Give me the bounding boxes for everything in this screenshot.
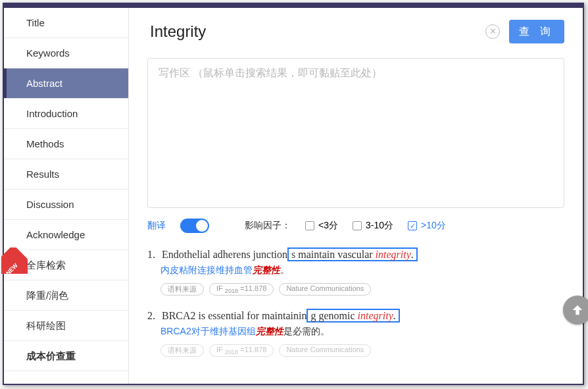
if-lt3-label: <3分	[318, 220, 338, 232]
results-list: 1. Endothelial adherens junctions mainta…	[147, 249, 564, 357]
source-pill[interactable]: 语料来源	[160, 344, 204, 357]
journal-pill[interactable]: Nature Communications	[279, 283, 371, 296]
highlight-box: g genomic integrity.	[306, 309, 399, 323]
sidebar-item-full-search[interactable]: 全库检索 NEW	[4, 250, 128, 280]
result-meta-row: 语料来源 IF 2018 =11.878 Nature Communicatio…	[147, 344, 564, 357]
clear-icon[interactable]: ✕	[485, 24, 500, 39]
sidebar-item-methods[interactable]: Methods	[4, 129, 128, 159]
app-body: Title Keywords Abstract Introduction Met…	[4, 8, 583, 384]
sidebar-item-keywords[interactable]: Keywords	[4, 38, 128, 68]
highlight-tail: .	[393, 310, 396, 321]
sidebar-item-label: 全库检索	[26, 259, 66, 271]
result-meta-row: 语料来源 IF 2018 =11.878 Nature Communicatio…	[147, 283, 564, 296]
highlight-tail: .	[411, 249, 414, 260]
scroll-to-top-button[interactable]	[563, 296, 588, 324]
sidebar: Title Keywords Abstract Introduction Met…	[4, 8, 129, 384]
sidebar-item-title[interactable]: Title	[4, 8, 128, 38]
keyword: integrity	[358, 310, 393, 321]
result-sentence: 1. Endothelial adherens junctions mainta…	[147, 249, 564, 261]
sidebar-item-acknowledge[interactable]: Acknowledge	[4, 220, 128, 250]
if-3to10-checkbox[interactable]: 3-10分	[353, 220, 393, 232]
journal-pill[interactable]: Nature Communications	[279, 344, 371, 357]
query-button[interactable]: 查 询	[509, 20, 564, 43]
keyword: integrity	[376, 249, 411, 260]
trans-pre: BRCA2对于维持基因组	[160, 326, 256, 336]
trans-keyword: 完整性	[256, 326, 283, 336]
search-input[interactable]	[147, 17, 502, 46]
result-translation: 内皮粘附连接维持血管完整性。	[147, 265, 564, 276]
source-pill[interactable]: 语料来源	[160, 283, 204, 296]
result-text-pre: BRCA2 is essential for maintainin	[162, 310, 306, 321]
main-pane: ✕ 查 询 写作区 （鼠标单击搜索结果，即可黏贴至此处） 翻译 影响因子： <3…	[129, 8, 583, 384]
search-box: ✕	[147, 17, 502, 46]
checkbox-icon	[353, 221, 362, 230]
filter-row: 翻译 影响因子： <3分 3-10分 >10分	[147, 219, 564, 233]
impact-factor-pill[interactable]: IF 2018 =11.878	[209, 283, 274, 296]
if-lt3-checkbox[interactable]: <3分	[305, 220, 338, 232]
impact-factor-pill[interactable]: IF 2018 =11.878	[209, 344, 274, 357]
sidebar-item-plagiarism-check[interactable]: 成本价查重	[4, 341, 128, 371]
sidebar-item-abstract[interactable]: Abstract	[4, 68, 128, 99]
highlight-box: s maintain vascular integrity.	[287, 247, 418, 261]
result-sentence: 2. BRCA2 is essential for maintaining ge…	[147, 310, 564, 322]
writing-area[interactable]: 写作区 （鼠标单击搜索结果，即可黏贴至此处）	[147, 58, 564, 208]
translate-label: 翻译	[147, 220, 166, 232]
translate-toggle[interactable]	[180, 219, 209, 233]
highlight-pre: s maintain vascular	[291, 249, 376, 260]
if-3to10-label: 3-10分	[366, 220, 393, 232]
if-gt10-checkbox[interactable]: >10分	[408, 220, 446, 232]
result-translation: BRCA2对于维持基因组完整性是必需的。	[147, 326, 564, 338]
if-gt10-label: >10分	[421, 220, 446, 232]
trans-pre: 内皮粘附连接维持血管	[160, 265, 253, 275]
trans-keyword: 完整性	[253, 265, 280, 275]
new-badge: NEW	[1, 247, 28, 274]
checkbox-icon	[305, 221, 314, 230]
trans-tail: 。	[280, 265, 289, 275]
sidebar-item-results[interactable]: Results	[4, 159, 128, 190]
sidebar-item-rewrite[interactable]: 降重/润色	[4, 280, 128, 311]
checkbox-icon	[408, 221, 417, 230]
highlight-pre: g genomic	[310, 310, 357, 321]
result-item[interactable]: 1. Endothelial adherens junctions mainta…	[147, 249, 564, 296]
app-frame: Title Keywords Abstract Introduction Met…	[3, 3, 584, 385]
result-number: 2.	[147, 310, 159, 322]
sidebar-item-research-plot[interactable]: 科研绘图	[4, 311, 128, 341]
trans-tail: 是必需的。	[283, 326, 330, 336]
result-number: 1.	[147, 249, 159, 261]
search-row: ✕ 查 询	[147, 17, 564, 46]
sidebar-item-discussion[interactable]: Discussion	[4, 190, 128, 220]
arrow-up-icon	[570, 303, 585, 317]
fade-overlay	[129, 371, 583, 384]
impact-factor-label: 影响因子：	[245, 220, 291, 232]
result-item[interactable]: 2. BRCA2 is essential for maintaining ge…	[147, 310, 564, 357]
result-text-pre: Endothelial adherens junction	[162, 249, 287, 260]
sidebar-item-introduction[interactable]: Introduction	[4, 99, 128, 129]
